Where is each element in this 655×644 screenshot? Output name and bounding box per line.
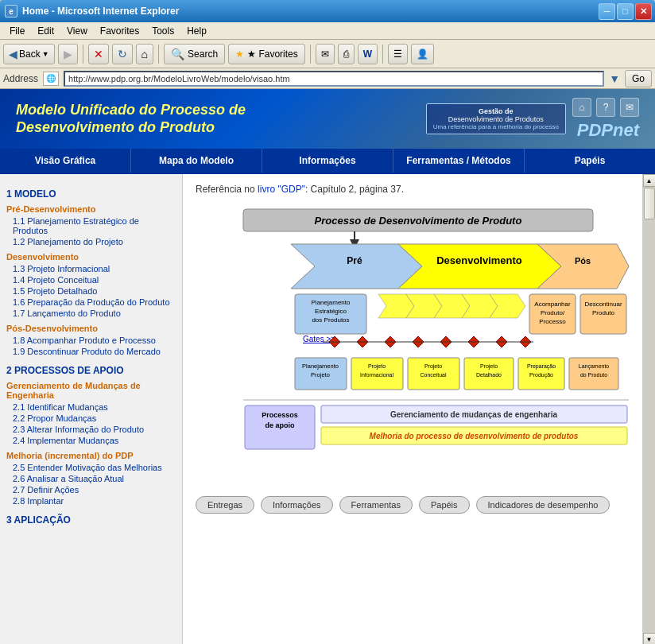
nav-informacoes[interactable]: Informações [262,149,393,173]
go-button[interactable]: Go [625,70,652,87]
menu-edit[interactable]: Edit [31,24,60,38]
sidebar-link-1-4[interactable]: 1.4 Projeto Conceitual [6,274,176,285]
print-button[interactable]: ⎙ [338,44,355,64]
sidebar-melhoria: Melhoria (incremental) do PDP [6,451,176,460]
edit-button[interactable]: W [358,44,378,64]
sidebar-dev: Desenvolvimento [6,252,176,262]
email-site-icon[interactable]: ✉ [620,98,639,117]
site-icons: ⌂ ? ✉ [572,98,639,117]
svg-text:Produto/: Produto/ [541,309,565,316]
right-scrollbar[interactable]: ▲ ▼ [642,174,655,644]
title-bar-left: e Home - Microsoft Internet Explorer [5,5,179,17]
edit-icon: W [363,48,372,60]
btn-indicadores[interactable]: Indicadores de desempenho [476,496,610,514]
nav-mapa-modelo[interactable]: Mapa do Modelo [131,149,262,173]
sidebar-link-1-7[interactable]: 1.7 Lançamento do Produto [6,308,176,319]
menu-view[interactable]: View [60,24,94,38]
refresh-icon: ↻ [118,48,127,60]
svg-text:Preparação: Preparação [527,363,556,370]
back-button[interactable]: ◀ Back ▼ [3,44,55,64]
minimize-button[interactable]: ─ [599,3,615,20]
extra-button[interactable]: ☰ [388,44,408,64]
sidebar-pos-dev: Pós-Desenvolvimento [6,324,176,333]
sidebar-link-2-6[interactable]: 2.6 Analisar a Situação Atual [6,473,176,484]
maximize-button[interactable]: □ [617,3,634,20]
extra-button2[interactable]: 👤 [411,44,434,64]
sidebar-link-2-5[interactable]: 2.5 Entender Motivação das Melhorias [6,462,176,473]
nav-visao-grafica[interactable]: Visão Gráfica [0,149,131,173]
site-header: Modelo Unificado do Processo de Desenvol… [0,89,655,149]
pdpnet-logo: PDPnet [577,120,639,141]
address-label: Address [3,73,38,84]
sidebar-pre-dev: Pré-Desenvolvimento [6,204,176,214]
scroll-thumb[interactable] [644,188,655,219]
favorites-icon: ★ [235,48,244,60]
sidebar-section-2: 2 PROCESSOS DE APOIO [6,365,176,376]
address-bar: Address 🌐 http://www.pdp.org.br/ModeloLi… [0,68,655,89]
sidebar-link-2-3[interactable]: 2.3 Alterar Informação do Produto [6,424,176,435]
sidebar-link-2-7[interactable]: 2.7 Definir Ações [6,484,176,495]
window-title: Home - Microsoft Internet Explorer [22,6,179,17]
svg-marker-3 [291,244,422,289]
address-dropdown-icon[interactable]: ▼ [609,72,620,85]
home-site-icon[interactable]: ⌂ [572,98,591,117]
nav-ferramentas[interactable]: Ferramentas / Métodos [393,149,525,173]
sidebar-link-1-5[interactable]: 1.5 Projeto Detalhado [6,285,176,297]
site-nav: Visão Gráfica Mapa do Modelo Informações… [0,149,655,173]
sidebar-link-2-4[interactable]: 2.4 Implementar Mudanças [6,435,176,446]
menu-file[interactable]: File [3,24,31,38]
menu-tools[interactable]: Tools [145,24,180,38]
svg-text:Estratégico: Estratégico [315,308,347,315]
sidebar-link-1-1[interactable]: 1.1 Planejamento Estratégico de Produtos [6,215,176,236]
svg-text:Pré: Pré [347,255,362,266]
sidebar-link-1-8[interactable]: 1.8 Acompanhar Produto e Processo [6,335,176,346]
sidebar-gerenc: Gerenciamento de Mudanças de Engenharia [6,381,176,400]
refresh-button[interactable]: ↻ [112,44,133,64]
sidebar-link-2-2[interactable]: 2.2 Propor Mudanças [6,413,176,424]
sidebar-link-1-9[interactable]: 1.9 Descontinuar Produto do Mercado [6,346,176,357]
back-dropdown-icon[interactable]: ▼ [42,50,49,58]
scroll-track[interactable] [643,187,656,633]
btn-entregas[interactable]: Entregas [196,496,254,514]
stop-icon: ✕ [94,48,103,60]
svg-text:Projeto: Projeto [368,363,386,370]
svg-text:Gerenciamento de mudanças de e: Gerenciamento de mudanças de engenharia [390,410,558,419]
scroll-up-button[interactable]: ▲ [643,174,656,187]
toolbar: ◀ Back ▼ ▶ ✕ ↻ ⌂ 🔍 Search ★ ★ Favorites … [0,40,655,68]
search-button[interactable]: 🔍 Search [164,44,225,64]
sidebar-link-1-2[interactable]: 1.2 Planejamento do Projeto [6,236,176,247]
svg-text:Produto: Produto [592,309,615,316]
svg-text:Acompanhar: Acompanhar [534,301,571,308]
mail-icon: ✉ [321,48,329,60]
gdp-link[interactable]: livro "GDP" [258,184,305,195]
favorites-button[interactable]: ★ ★ Favorites [228,44,305,64]
person-icon: 👤 [417,48,428,60]
btn-ferramentas[interactable]: Ferramentas [339,496,413,514]
sidebar-link-2-1[interactable]: 2.1 Identificar Mudanças [6,402,176,413]
sidebar-link-1-3[interactable]: 1.3 Projeto Informacional [6,263,176,274]
toolbar-separator-2 [158,45,159,64]
home-button[interactable]: ⌂ [136,44,153,64]
toolbar-separator-1 [83,45,83,64]
sidebar-link-1-6[interactable]: 1.6 Preparação da Produção do Produto [6,297,176,308]
stop-button[interactable]: ✕ [88,44,109,64]
svg-marker-5 [398,244,561,289]
process-diagram: Processo de Desenvolvimento de Produto P… [196,203,630,483]
nav-papeis[interactable]: Papéis [525,149,655,173]
url-input[interactable]: http://www.pdp.org.br/ModeloLivroWeb/mod… [64,71,604,87]
svg-text:Melhoria do processo de desenv: Melhoria do processo de desenvolvimento … [370,432,579,440]
btn-papeis[interactable]: Papéis [419,496,470,514]
close-button[interactable]: ✕ [635,3,652,20]
browser-content: Modelo Unificado do Processo de Desenvol… [0,89,655,644]
menu-help[interactable]: Help [180,24,213,38]
forward-button[interactable]: ▶ [58,44,78,64]
help-site-icon[interactable]: ? [596,98,615,117]
sidebar-section-3: 3 APLICAÇÃO [6,514,176,526]
scroll-down-button[interactable]: ▼ [643,633,656,644]
sidebar-link-2-8[interactable]: 2.8 Implantar [6,495,176,506]
mail-button[interactable]: ✉ [316,44,335,64]
forward-arrow-icon: ▶ [64,48,72,60]
btn-informacoes[interactable]: Informações [261,496,333,514]
menu-favorites[interactable]: Favorites [94,24,145,38]
process-diagram-svg: Processo de Desenvolvimento de Produto P… [196,203,641,481]
